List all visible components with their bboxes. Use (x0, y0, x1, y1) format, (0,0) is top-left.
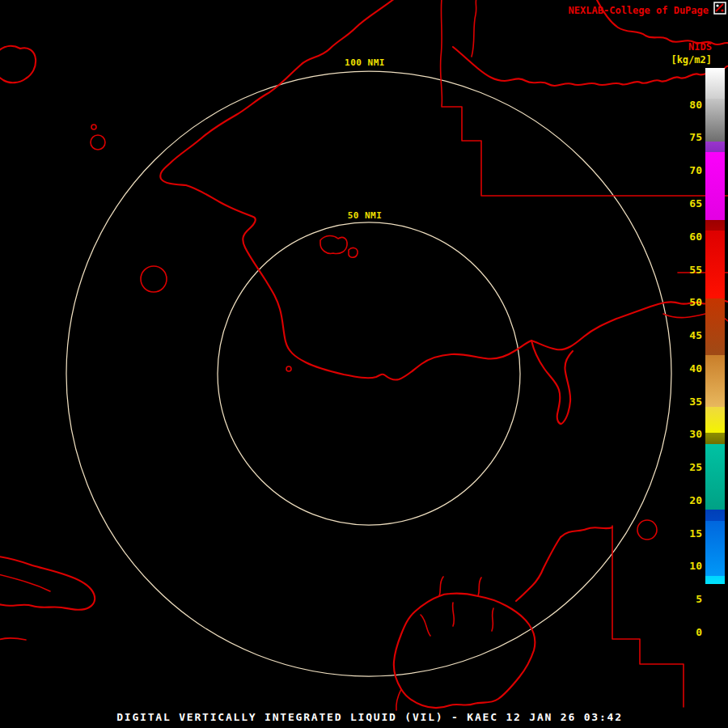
product-label-block: NIDS [kg/m2] (671, 41, 712, 66)
islet-west-upper (91, 125, 96, 129)
colorbar-segment (705, 407, 725, 433)
islet-center (286, 366, 291, 371)
colorbar-segment (705, 584, 725, 633)
shoreline-left-lower (0, 638, 26, 640)
boundary-step-southeast (612, 526, 684, 707)
island-ring-west (141, 266, 167, 292)
coastline-main (160, 0, 728, 380)
river-topright (472, 0, 476, 57)
range-ring-50nmi (218, 222, 520, 525)
landmass-south-outline (394, 594, 535, 708)
site-title: NEXLAB-College of DuPage (569, 5, 709, 16)
colorbar (705, 68, 725, 633)
colorbar-segment (705, 355, 725, 407)
landmass-south-details (421, 577, 493, 636)
radar-display: 100 NMI 50 NMI NEXLAB-College of DuPage … (0, 0, 728, 728)
range-ring-100nmi (66, 71, 671, 676)
colorbar-segment (705, 220, 725, 231)
map-outlines (0, 0, 728, 710)
radar-map (0, 0, 728, 728)
range-ring-label-100nmi: 100 NMI (341, 57, 388, 68)
island-topleft (0, 46, 36, 83)
colorbar-segment (705, 433, 725, 444)
coastline-southeast (561, 527, 612, 537)
colorbar-segment (705, 142, 725, 153)
island-ring-east (637, 520, 657, 540)
island-ring-west-upper (91, 135, 105, 150)
colorbar-segment (705, 152, 725, 219)
nexlab-logo-icon (713, 2, 726, 15)
colorbar-segment (705, 576, 725, 585)
colorbar-segment (705, 521, 725, 576)
colorbar-segment (705, 99, 725, 142)
product-name: NIDS (671, 41, 712, 53)
colorbar-segment (705, 68, 725, 99)
boundary-step-northeast (441, 0, 728, 196)
product-footer: DIGITAL VERTICALLY INTEGRATED LIQUID (VI… (116, 711, 623, 723)
colorbar-segment (705, 444, 725, 510)
product-units: [kg/m2] (671, 54, 712, 66)
peninsula-bottomleft-inner (0, 574, 50, 591)
range-rings (66, 71, 671, 676)
islands-center (320, 235, 358, 257)
landmass-south-tail (396, 689, 401, 710)
colorbar-segment (705, 298, 725, 355)
colorbar-segment (705, 510, 725, 521)
peninsula-bottomleft (0, 557, 95, 610)
coastline-inlet (531, 341, 573, 424)
coastline-southeast-link (516, 537, 561, 601)
colorbar-segment (705, 231, 725, 299)
range-ring-label-50nmi: 50 NMI (345, 210, 386, 221)
